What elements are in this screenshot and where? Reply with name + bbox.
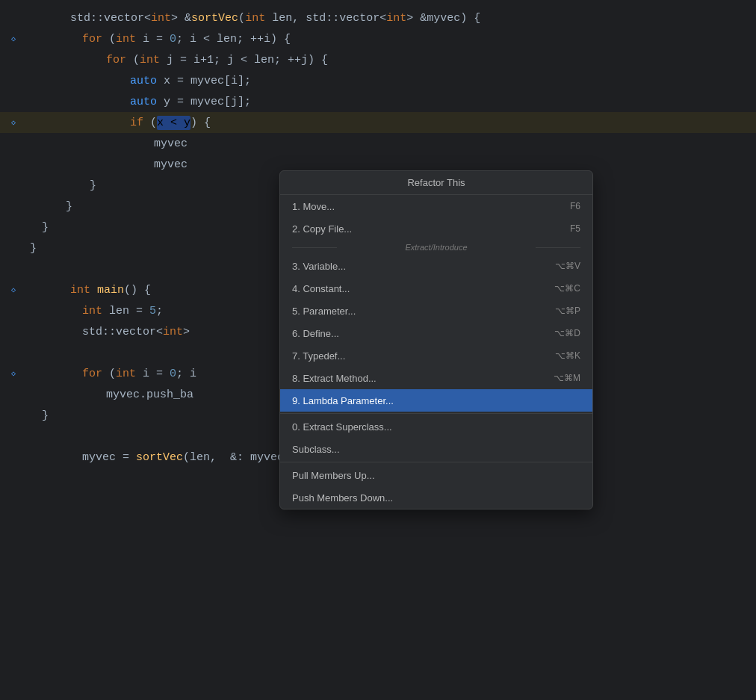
gutter-marker: ◇	[6, 363, 21, 384]
menu-item-move[interactable]: 1. Move... F6	[280, 195, 592, 217]
gutter-marker: ◇	[6, 112, 21, 133]
menu-item-typedef[interactable]: 7. Typedef... ⌥⌘K	[280, 344, 592, 367]
menu-item-extract-superclass[interactable]: 0. Extract Superclass...	[280, 415, 592, 438]
menu-item-push-down[interactable]: Push Members Down...	[280, 486, 592, 509]
menu-title: Refactor This	[280, 171, 592, 195]
context-menu: Refactor This 1. Move... F6 2. Copy File…	[279, 170, 593, 509]
menu-divider-2	[280, 462, 592, 462]
menu-item-variable[interactable]: 3. Variable... ⌥⌘V	[280, 255, 592, 277]
menu-divider	[280, 413, 592, 414]
menu-item-copy-file[interactable]: 2. Copy File... F5	[280, 217, 592, 240]
code-text: }	[42, 221, 49, 234]
code-text: myvec = sortVec(len, &: myvec);	[42, 439, 297, 477]
code-text: }	[30, 242, 37, 255]
gutter-marker: ◇	[6, 279, 21, 300]
menu-item-parameter[interactable]: 5. Parameter... ⌥⌘P	[280, 300, 592, 322]
code-text: }	[42, 409, 49, 422]
code-editor: std::vector<int> &sortVec(int len, std::…	[0, 0, 756, 700]
menu-item-extract-method[interactable]: 8. Extract Method... ⌥⌘M	[280, 367, 592, 389]
gutter-marker: ◇	[6, 28, 21, 49]
menu-section-extract: Extract/Introduce	[280, 240, 592, 255]
code-text: }	[66, 200, 72, 213]
code-text: }	[90, 179, 96, 192]
menu-item-lambda-param[interactable]: 9. Lambda Parameter...	[280, 389, 592, 412]
menu-item-pull-up[interactable]: Pull Members Up...	[280, 464, 592, 486]
menu-item-constant[interactable]: 4. Constant... ⌥⌘C	[280, 277, 592, 300]
menu-item-define[interactable]: 6. Define... ⌥⌘D	[280, 322, 592, 344]
menu-item-subclass[interactable]: Subclass...	[280, 438, 592, 460]
